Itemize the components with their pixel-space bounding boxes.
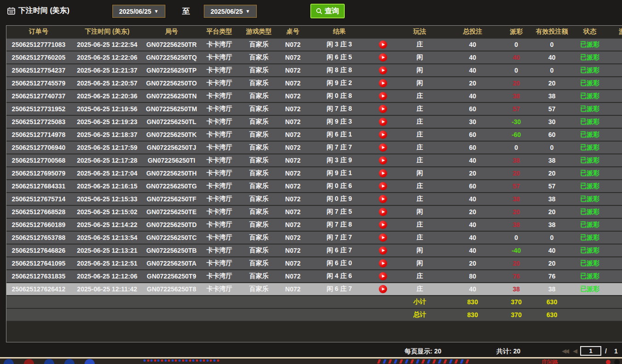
cell-platform: 卡卡湾厅 <box>200 182 239 190</box>
table-row[interactable]: 250625127646826 2025-06-25 12:13:21 GN07… <box>6 245 622 257</box>
cell-play-type: 闲 <box>394 246 445 255</box>
roadmap-dot-icon <box>150 359 153 362</box>
replay-play-icon[interactable]: ▶ <box>379 208 387 216</box>
table-row[interactable]: 250625127641095 2025-06-25 12:12:51 GN07… <box>6 257 622 270</box>
table-row[interactable]: 250625127754237 2025-06-25 12:21:37 GN07… <box>6 64 622 77</box>
cell-platform: 卡卡湾厅 <box>200 285 239 293</box>
replay-play-icon[interactable]: ▶ <box>379 92 387 100</box>
date-from-select[interactable]: 2025/06/25 ▼ <box>112 5 165 18</box>
header-payout: 派彩 <box>500 28 532 36</box>
replay-play-icon[interactable]: ▶ <box>379 259 387 267</box>
table-row[interactable]: 250625127771083 2025-06-25 12:22:54 GN07… <box>6 39 622 51</box>
cell-table-no: N072 <box>279 247 307 254</box>
table-row[interactable]: 250625127684331 2025-06-25 12:16:15 GN07… <box>6 180 622 193</box>
cell-platform: 卡卡湾厅 <box>200 208 239 216</box>
cell-platform: 卡卡湾厅 <box>200 118 239 126</box>
table-row[interactable]: 250625127731952 2025-06-25 12:19:56 GN07… <box>6 103 622 116</box>
table-row[interactable]: 250625127745579 2025-06-25 12:20:57 GN07… <box>6 77 622 90</box>
first-page-icon[interactable]: ◀◀ <box>562 347 567 354</box>
cell-table-no: N072 <box>279 273 307 280</box>
cell-round-no: GN072256250T9 <box>143 273 200 280</box>
roadmap-dot-icon <box>178 359 181 362</box>
subtotal-valid-bet: 630 <box>532 298 571 306</box>
replay-play-icon[interactable]: ▶ <box>379 182 387 190</box>
cell-valid-bet: 60 <box>532 131 571 138</box>
replay-play-icon[interactable]: ▶ <box>379 131 387 139</box>
cell-result: 闲 9 庄 3 <box>307 118 371 126</box>
table-row[interactable]: 250625127714978 2025-06-25 12:18:37 GN07… <box>6 129 622 142</box>
cell-valid-bet: 0 <box>532 144 571 151</box>
replay-play-icon[interactable]: ▶ <box>379 143 387 152</box>
cell-platform: 卡卡湾厅 <box>200 169 239 177</box>
table-row[interactable]: 250625127700568 2025-06-25 12:17:28 GN07… <box>6 154 622 167</box>
replay-play-icon[interactable]: ▶ <box>379 285 387 293</box>
roadmap-tick-icon <box>377 359 381 364</box>
table-row[interactable]: 250625127660189 2025-06-25 12:14:22 GN07… <box>6 219 622 232</box>
cell-payout: 0 <box>500 41 532 48</box>
cell-round-no: GN072256250TE <box>143 208 200 216</box>
replay-play-icon[interactable]: ▶ <box>379 233 387 242</box>
calendar-icon <box>7 7 15 15</box>
replay-play-icon[interactable]: ▶ <box>379 195 387 203</box>
table-row[interactable]: 250625127695079 2025-06-25 12:17:04 GN07… <box>6 167 622 180</box>
roadmap-dot-icon <box>185 359 188 362</box>
table-row[interactable]: 250625127631835 2025-06-25 12:12:06 GN07… <box>6 270 622 283</box>
replay-play-icon[interactable]: ▶ <box>379 40 387 49</box>
cell-play-type: 庄 <box>394 118 445 126</box>
page-number-input[interactable] <box>580 346 601 356</box>
replay-play-icon[interactable]: ▶ <box>379 221 387 229</box>
cell-play-type: 庄 <box>394 272 445 280</box>
table-row[interactable]: 250625127740737 2025-06-25 12:20:36 GN07… <box>6 90 622 103</box>
replay-play-icon[interactable]: ▶ <box>379 118 387 126</box>
cell-platform: 卡卡湾厅 <box>200 79 239 87</box>
date-to-select[interactable]: 2025/06/25 ▼ <box>204 5 257 18</box>
roadmap-tick-icon <box>432 359 436 364</box>
cell-replay: ▶ <box>371 118 394 126</box>
cell-order-no: 250625127631835 <box>6 273 71 280</box>
cell-game-type: 百家乐 <box>239 105 279 113</box>
cell-game-type: 百家乐 <box>239 272 279 280</box>
cell-total-bet: 40 <box>445 54 500 61</box>
table-row[interactable]: 250625127706940 2025-06-25 12:17:59 GN07… <box>6 142 622 154</box>
cell-table-no: N072 <box>279 208 307 216</box>
cell-round-no: GN072256250TQ <box>143 54 200 61</box>
cell-status: 已派彩 <box>571 105 608 113</box>
cell-result: 闲 7 庄 5 <box>307 208 371 216</box>
roadmap-tick-icon <box>427 359 430 364</box>
replay-play-icon[interactable]: ▶ <box>379 79 387 87</box>
partial-logo-icon <box>64 359 74 364</box>
replay-play-icon[interactable]: ▶ <box>379 169 387 177</box>
cell-game-type: 百家乐 <box>239 131 279 139</box>
search-button[interactable]: 查询 <box>310 4 345 18</box>
table-row[interactable]: 250625127675714 2025-06-25 12:15:33 GN07… <box>6 193 622 206</box>
cell-round-no: GN072256250TO <box>143 80 200 87</box>
road-ask-text: 庄问路 <box>542 358 558 364</box>
cell-game-type: 百家乐 <box>239 53 279 62</box>
pagination-bar: 每页显示: 20 共计: 20 ◀◀ ◀ / 1 <box>0 345 622 358</box>
table-row[interactable]: 250625127668528 2025-06-25 12:15:02 GN07… <box>6 206 622 219</box>
cell-game-type: 百家乐 <box>239 66 279 74</box>
replay-play-icon[interactable]: ▶ <box>379 272 387 280</box>
cell-result: 闲 0 庄 6 <box>307 182 371 190</box>
prev-page-icon[interactable]: ◀ <box>573 347 577 354</box>
cell-bet-time: 2025-06-25 12:20:36 <box>71 92 143 100</box>
table-row[interactable]: 250625127653788 2025-06-25 12:13:54 GN07… <box>6 232 622 245</box>
cell-result: 闲 7 庄 7 <box>307 143 371 152</box>
replay-play-icon[interactable]: ▶ <box>379 66 387 74</box>
cell-order-no: 250625127725083 <box>6 118 71 125</box>
replay-play-icon[interactable]: ▶ <box>379 105 387 113</box>
cell-round-no: GN072256250TA <box>143 260 200 267</box>
table-row[interactable]: 250625127760205 2025-06-25 12:22:06 GN07… <box>6 51 622 64</box>
roadmap-dot-icon <box>213 359 216 362</box>
cell-order-no: 250625127641095 <box>6 260 71 267</box>
cell-total-bet: 20 <box>445 208 500 216</box>
cell-status: 已派彩 <box>571 233 608 242</box>
date-range-to-label: 至 <box>182 6 190 17</box>
replay-play-icon[interactable]: ▶ <box>379 156 387 165</box>
replay-play-icon[interactable]: ▶ <box>379 246 387 255</box>
cell-replay: ▶ <box>371 40 394 49</box>
table-row[interactable]: 250625127725083 2025-06-25 12:19:23 GN07… <box>6 116 622 129</box>
replay-play-icon[interactable]: ▶ <box>379 53 387 62</box>
table-row[interactable]: 250625127626412 2025-06-25 12:11:42 GN07… <box>6 283 622 296</box>
header-status: 状态 <box>571 28 608 36</box>
